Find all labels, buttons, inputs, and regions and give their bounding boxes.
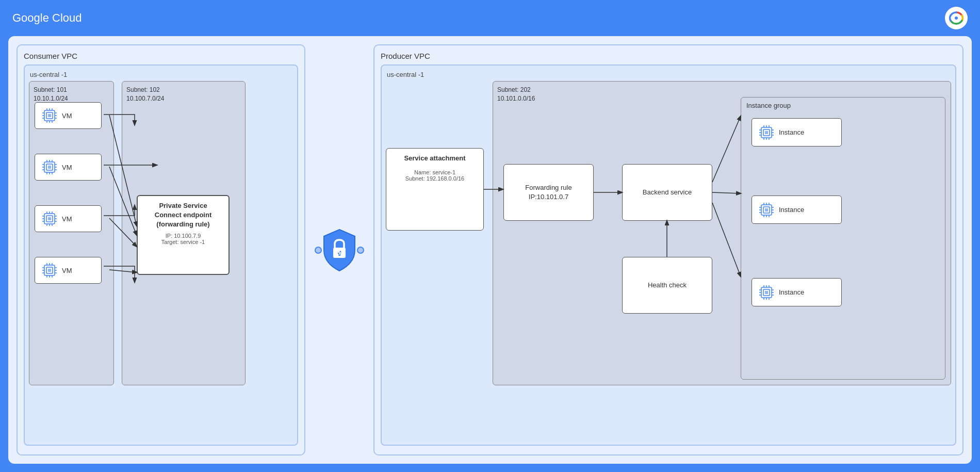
instance-1-label: Instance bbox=[779, 128, 804, 136]
consumer-subnet-102: Subnet: 102 10.100.7.0/24 Private Servic… bbox=[122, 81, 246, 385]
service-attachment-box: Service attachment Name: service-1 Subne… bbox=[386, 148, 484, 231]
service-attachment-subnet: Subnet: 192.168.0.0/16 bbox=[394, 175, 476, 182]
svg-rect-32 bbox=[48, 166, 51, 169]
health-check-box: Health check bbox=[622, 257, 712, 314]
left-connector bbox=[315, 247, 322, 254]
consumer-region-container: us-central -1 Subnet: 101 10.10.1.0/24 bbox=[24, 64, 298, 446]
consumer-vpc-label: Consumer VPC bbox=[24, 52, 298, 60]
producer-region-container: us-central -1 Service attachment Name: s… bbox=[381, 64, 956, 446]
consumer-subnet-101-label: Subnet: 101 10.10.1.0/24 bbox=[34, 86, 109, 103]
producer-region-label: us-central -1 bbox=[387, 71, 950, 78]
consumer-subnet-102-label: Subnet: 102 10.100.7.0/24 bbox=[126, 86, 241, 103]
main-diagram-area: Consumer VPC us-central -1 Subnet: 101 1… bbox=[8, 36, 972, 464]
svg-rect-95 bbox=[765, 208, 768, 211]
instance-1-icon bbox=[758, 124, 775, 141]
psc-endpoint-title: Private Service Connect endpoint (forwar… bbox=[145, 201, 221, 230]
svg-rect-17 bbox=[48, 114, 51, 117]
vm-4: VM bbox=[35, 257, 102, 284]
svg-rect-47 bbox=[48, 217, 51, 220]
header-title: Google Cloud bbox=[12, 11, 82, 25]
producer-vpc-label: Producer VPC bbox=[381, 52, 956, 60]
vm-4-icon bbox=[41, 262, 58, 279]
forwarding-rule-box: Forwarding rule IP:10.101.0.7 bbox=[503, 164, 594, 221]
instance-2-label: Instance bbox=[779, 206, 804, 214]
instance-3-icon bbox=[758, 284, 775, 301]
right-connector bbox=[357, 247, 364, 254]
vm-3-label: VM bbox=[62, 215, 72, 223]
psc-endpoint-box: Private Service Connect endpoint (forwar… bbox=[137, 195, 230, 275]
vm-3: VM bbox=[35, 205, 102, 232]
consumer-region-label: us-central -1 bbox=[30, 71, 292, 78]
instance-group-container: Instance group bbox=[741, 97, 945, 380]
consumer-subnet-101: Subnet: 101 10.10.1.0/24 bbox=[29, 81, 114, 385]
vm-2-icon bbox=[41, 159, 58, 175]
vm-4-label: VM bbox=[62, 267, 72, 274]
backend-service-label: Backend service bbox=[643, 188, 692, 197]
forwarding-rule-label: Forwarding rule IP:10.101.0.7 bbox=[525, 183, 571, 202]
vm-1-label: VM bbox=[62, 112, 72, 120]
producer-vpc: Producer VPC us-central -1 Service attac… bbox=[373, 44, 963, 455]
instance-group-label: Instance group bbox=[741, 97, 945, 113]
psc-endpoint-info: IP: 10.100.7.9 Target: service -1 bbox=[145, 233, 221, 245]
producer-subnet-202: Subnet: 202 10.101.0.0/16 Forwarding rul… bbox=[493, 81, 951, 385]
instance-3-label: Instance bbox=[779, 288, 804, 296]
vm-2-label: VM bbox=[62, 164, 72, 171]
shield-section bbox=[314, 44, 365, 455]
instance-3: Instance bbox=[752, 278, 842, 306]
instance-2: Instance bbox=[752, 196, 842, 224]
svg-rect-62 bbox=[48, 269, 51, 272]
vm-2: VM bbox=[35, 154, 102, 181]
svg-rect-80 bbox=[765, 131, 768, 134]
service-attachment-label: Service attachment bbox=[394, 154, 476, 163]
vm-1: VM bbox=[35, 102, 102, 129]
service-attachment-name: Name: service-1 bbox=[394, 169, 476, 175]
consumer-vpc: Consumer VPC us-central -1 Subnet: 101 1… bbox=[17, 44, 305, 455]
google-cloud-logo bbox=[945, 7, 968, 29]
vm-3-icon bbox=[41, 210, 58, 227]
svg-rect-110 bbox=[765, 291, 768, 294]
svg-point-2 bbox=[955, 17, 958, 20]
instance-1: Instance bbox=[752, 118, 842, 147]
shield-wrapper bbox=[315, 227, 364, 273]
instance-2-icon bbox=[758, 202, 775, 218]
health-check-label: Health check bbox=[648, 281, 687, 290]
header: Google Cloud bbox=[0, 0, 980, 36]
shield-icon bbox=[319, 227, 360, 273]
vm-1-icon bbox=[41, 107, 58, 124]
backend-service-box: Backend service bbox=[622, 164, 712, 221]
